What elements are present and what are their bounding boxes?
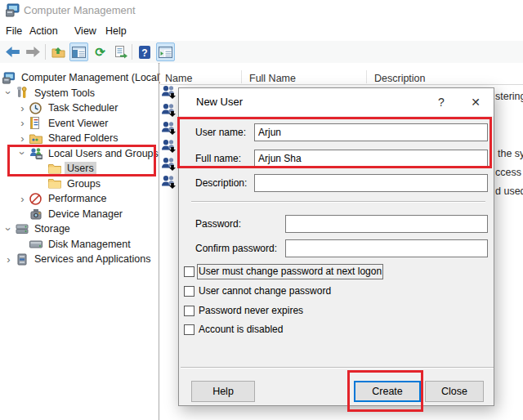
show-action-pane-button[interactable] <box>156 42 175 61</box>
dialog-close-button[interactable]: ✕ <box>465 88 486 116</box>
tree-item-label: Disk Management <box>46 238 133 251</box>
task-scheduler-icon <box>29 102 42 114</box>
full-name-label: Full name: <box>195 150 241 168</box>
chevron-collapsed-icon[interactable] <box>16 102 29 114</box>
password-label: Password: <box>195 215 241 233</box>
menu-action[interactable]: Action <box>25 21 62 41</box>
computer-management-icon <box>2 72 16 84</box>
user-icon[interactable] <box>161 157 177 171</box>
toolbar: ⟳ ? <box>0 41 523 64</box>
tree-item-users[interactable]: Users <box>0 161 158 176</box>
column-separator[interactable] <box>366 70 367 83</box>
help-button-toolbar[interactable]: ? <box>135 42 154 61</box>
chevron-expanded-icon[interactable] <box>16 147 29 159</box>
checkbox-row: Password never expires <box>184 305 303 317</box>
description-fragment: d used <box>495 185 523 197</box>
user-icon[interactable] <box>161 175 177 189</box>
confirm-password-input[interactable] <box>285 239 488 257</box>
forward-button[interactable] <box>24 42 42 61</box>
event-viewer-icon <box>30 117 41 129</box>
help-button[interactable]: Help <box>191 381 255 402</box>
user-must-change-password-checkbox[interactable] <box>184 266 194 277</box>
button-divider <box>181 367 494 369</box>
chevron-expanded-icon[interactable] <box>2 87 15 99</box>
device-manager-icon <box>30 208 42 220</box>
menu-view[interactable]: View <box>70 21 101 41</box>
chevron-collapsed-icon[interactable] <box>16 193 29 205</box>
show-console-tree-button[interactable] <box>69 42 88 61</box>
dialog-titlebar: New User ? ✕ <box>179 88 494 116</box>
tree-item-system-tools[interactable]: System Tools <box>0 86 158 101</box>
refresh-icon: ⟳ <box>95 46 105 58</box>
column-header-full-name[interactable]: Full Name <box>249 73 296 84</box>
user-cannot-change-password-checkbox[interactable] <box>184 286 194 297</box>
menu-file[interactable]: File <box>2 21 26 41</box>
tree-item-task-scheduler[interactable]: Task Scheduler <box>0 101 158 116</box>
system-tools-icon <box>16 87 28 99</box>
checkbox-row: Account is disabled <box>184 324 283 336</box>
column-header-name[interactable]: Name <box>165 73 192 84</box>
full-name-input[interactable] <box>254 150 488 168</box>
checkbox-label: Password never expires <box>199 305 303 317</box>
tree-item-label: Event Viewer <box>46 117 110 130</box>
chevron-collapsed-icon[interactable] <box>2 253 15 266</box>
tree-item-shared-folders[interactable]: Shared Folders <box>0 131 158 146</box>
column-separator[interactable] <box>241 70 242 83</box>
show-action-pane-icon <box>159 47 172 58</box>
password-never-expires-checkbox[interactable] <box>184 306 194 316</box>
tree-item-computer-management[interactable]: Computer Management (Local) <box>0 70 158 86</box>
chevron-collapsed-icon[interactable] <box>16 132 29 145</box>
back-button[interactable] <box>3 42 22 61</box>
account-is-disabled-checkbox[interactable] <box>184 324 194 335</box>
create-button[interactable]: Create <box>354 381 421 402</box>
tree-item-device-manager[interactable]: Device Manager <box>0 207 158 222</box>
export-list-button[interactable] <box>111 42 130 61</box>
column-header-description[interactable]: Description <box>374 73 426 84</box>
description-fragment: the sy <box>498 148 523 159</box>
show-console-tree-icon <box>72 47 86 58</box>
user-icon[interactable] <box>161 103 177 117</box>
disk-management-icon <box>29 239 42 249</box>
dialog-help-button[interactable]: ? <box>431 88 452 116</box>
tree-item-label: Storage <box>32 222 73 235</box>
chevron-collapsed-icon[interactable] <box>16 117 29 129</box>
tree-item-label: Groups <box>65 177 103 190</box>
computer-management-icon <box>6 3 20 17</box>
dialog-title: New User <box>196 88 243 116</box>
close-button[interactable]: Close <box>425 381 484 402</box>
tree-item-label: Device Manager <box>46 208 125 221</box>
menu-help[interactable]: Help <box>101 21 131 41</box>
tree-item-storage[interactable]: Storage <box>0 221 158 237</box>
user-icon[interactable] <box>161 85 177 99</box>
local-users-groups-icon <box>29 147 42 159</box>
user-name-input[interactable] <box>254 123 488 141</box>
help-icon: ? <box>138 46 151 59</box>
user-icon[interactable] <box>161 139 177 153</box>
folder-icon <box>48 163 61 174</box>
tree-item-groups[interactable]: Groups <box>0 176 158 192</box>
checkbox-row: User must change password at next logon <box>184 266 382 278</box>
chevron-expanded-icon[interactable] <box>2 223 15 235</box>
back-icon <box>6 47 20 57</box>
pane-splitter[interactable] <box>159 63 159 420</box>
tree-item-label: Local Users and Groups <box>46 147 161 160</box>
svg-text:?: ? <box>141 47 147 58</box>
user-icon[interactable] <box>161 121 177 135</box>
toolbar-separator <box>45 44 46 60</box>
tree-item-performance[interactable]: Performance <box>0 191 158 207</box>
console-tree: Computer Management (Local) System Tools… <box>0 63 158 420</box>
tree-item-services-and-applications[interactable]: Services and Applications <box>0 252 158 267</box>
tree-item-label: System Tools <box>32 87 97 100</box>
password-input[interactable] <box>285 215 488 233</box>
tree-item-local-users-and-groups[interactable]: Local Users and Groups <box>0 146 158 162</box>
refresh-button[interactable]: ⟳ <box>91 42 110 61</box>
new-user-dialog: New User ? ✕ User name: Full name: Descr… <box>178 87 494 406</box>
checkbox-label: Account is disabled <box>199 324 283 336</box>
tree-item-disk-management[interactable]: Disk Management <box>0 237 158 252</box>
up-one-level-button[interactable] <box>49 42 68 61</box>
window-titlebar: Computer Management <box>0 0 523 21</box>
performance-icon <box>29 193 42 205</box>
tree-item-event-viewer[interactable]: Event Viewer <box>0 116 158 132</box>
description-input[interactable] <box>254 174 488 192</box>
description-fragment: ccess t <box>495 167 523 178</box>
